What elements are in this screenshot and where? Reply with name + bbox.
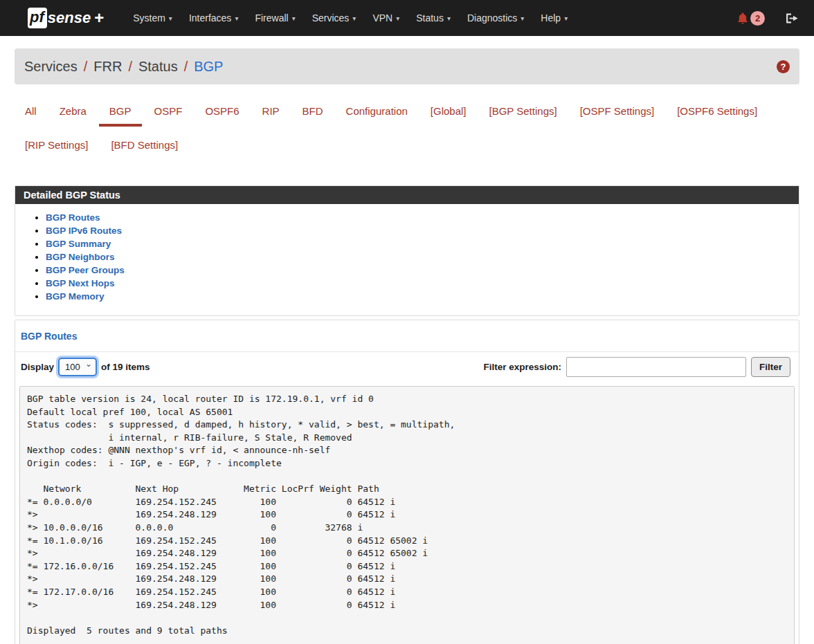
tab-ospf6-settings[interactable]: [OSPF6 Settings]: [667, 100, 768, 127]
link-bgp-next-hops[interactable]: BGP Next Hops: [46, 278, 115, 288]
detailed-bgp-status-panel: Detailed BGP Status BGP RoutesBGP IPv6 R…: [15, 185, 799, 316]
top-navbar: pfsense+ System▾Interfaces▾Firewall▾Serv…: [0, 0, 814, 36]
navbar-menu-label: System: [133, 12, 165, 24]
breadcrumb-separator: /: [184, 59, 188, 74]
tab-bfd[interactable]: BFD: [292, 100, 334, 127]
chevron-down-icon: ▾: [235, 15, 238, 22]
breadcrumb-item-frr: FRR: [93, 59, 122, 74]
tabs-row-1: AllZebraBGPOSPFOSPF6RIPBFDConfiguration[…: [15, 100, 799, 127]
list-item: BGP Routes: [46, 212, 793, 223]
navbar-menu-label: Interfaces: [189, 12, 231, 24]
navbar-menu-status[interactable]: Status▾: [408, 6, 459, 30]
logout-icon: [786, 12, 799, 24]
breadcrumb-items: Services/FRR/Status/BGP: [24, 59, 223, 75]
pfsense-logo[interactable]: pfsense+: [28, 8, 104, 28]
notification-count-badge: 2: [750, 11, 765, 26]
breadcrumb: Services/FRR/Status/BGP ?: [15, 48, 799, 84]
navbar-menu-vpn[interactable]: VPN▾: [364, 6, 408, 30]
breadcrumb-item-bgp[interactable]: BGP: [194, 59, 223, 74]
navbar-right: 2: [737, 11, 799, 26]
pfsense-logo-sense: sense: [48, 9, 91, 27]
link-bgp-ipv6-routes[interactable]: BGP IPv6 Routes: [46, 226, 122, 236]
display-controls: Display 100 of 19 items: [21, 358, 150, 376]
panel-title: Detailed BGP Status: [15, 186, 799, 204]
chevron-down-icon: ▾: [169, 15, 172, 22]
chevron-down-icon: ▾: [521, 15, 524, 22]
navbar-menu-help[interactable]: Help▾: [532, 6, 576, 30]
list-item: BGP Neighbors: [46, 252, 793, 262]
tab-bgp[interactable]: BGP: [99, 100, 142, 127]
breadcrumb-item-services: Services: [24, 59, 78, 74]
chevron-down-icon: ▾: [564, 15, 568, 22]
filter-controls: Filter expression: Filter: [483, 357, 790, 377]
tab-all[interactable]: All: [15, 100, 47, 127]
chevron-down-icon: ▾: [292, 15, 296, 22]
logout-button[interactable]: [786, 12, 799, 24]
tab-ospf-settings[interactable]: [OSPF Settings]: [570, 100, 665, 127]
navbar-menu-label: Diagnostics: [467, 12, 517, 24]
list-item: BGP Peer Groups: [46, 265, 793, 275]
tab-ospf[interactable]: OSPF: [144, 100, 193, 127]
tab-configuration[interactable]: Configuration: [336, 100, 418, 127]
chevron-down-icon: ▾: [352, 15, 356, 22]
breadcrumb-separator: /: [84, 59, 88, 74]
display-suffix-label: of 19 items: [101, 362, 150, 372]
bgp-routes-output: BGP table version is 24, local router ID…: [19, 386, 795, 644]
navbar-menu-label: VPN: [372, 12, 392, 24]
filter-expression-label: Filter expression:: [483, 362, 561, 372]
bgp-routes-section-title: BGP Routes: [15, 320, 799, 352]
chevron-down-icon: ▾: [447, 15, 451, 22]
display-count-select[interactable]: 100: [58, 358, 97, 376]
navbar-menu-label: Help: [541, 12, 561, 24]
chevron-down-icon: ▾: [396, 15, 399, 22]
bgp-routes-panel: BGP Routes Display 100 of 19 items Filte…: [15, 320, 799, 644]
tabs-row-2: [RIP Settings][BFD Settings]: [15, 134, 799, 160]
notifications-button[interactable]: 2: [737, 11, 765, 26]
routes-controls-row: Display 100 of 19 items Filter expressio…: [15, 352, 799, 382]
display-count-select-wrap: 100: [58, 358, 97, 376]
navbar-menu-label: Firewall: [255, 12, 288, 24]
panel-body: BGP RoutesBGP IPv6 RoutesBGP SummaryBGP …: [15, 204, 799, 315]
navbar-menu-firewall[interactable]: Firewall▾: [246, 6, 303, 30]
navbar-menu-interfaces[interactable]: Interfaces▾: [181, 6, 247, 30]
navbar-menu-system[interactable]: System▾: [125, 6, 181, 30]
navbar-menu-diagnostics[interactable]: Diagnostics▾: [459, 6, 532, 30]
navbar-menu-services[interactable]: Services▾: [304, 6, 365, 30]
list-item: BGP IPv6 Routes: [46, 226, 793, 236]
filter-button[interactable]: Filter: [751, 357, 790, 377]
display-label: Display: [21, 362, 54, 372]
link-bgp-peer-groups[interactable]: BGP Peer Groups: [46, 265, 125, 275]
navbar-menus: System▾Interfaces▾Firewall▾Services▾VPN▾…: [125, 6, 576, 30]
navbar-menu-label: Services: [312, 12, 350, 24]
help-icon[interactable]: ?: [777, 60, 790, 73]
list-item: BGP Memory: [46, 291, 793, 302]
breadcrumb-separator: /: [128, 59, 132, 74]
tab-rip-settings[interactable]: [RIP Settings]: [15, 134, 98, 160]
navbar-menu-label: Status: [416, 12, 444, 24]
tab-global[interactable]: [Global]: [420, 100, 477, 127]
list-item: BGP Summary: [46, 239, 793, 249]
tab-bfd-settings[interactable]: [BFD Settings]: [100, 134, 188, 160]
bell-icon: [737, 12, 748, 24]
link-bgp-summary[interactable]: BGP Summary: [46, 239, 111, 249]
link-bgp-routes[interactable]: BGP Routes: [46, 212, 100, 223]
bgp-routes-anchor-link[interactable]: BGP Routes: [21, 331, 77, 342]
list-item: BGP Next Hops: [46, 278, 793, 288]
pfsense-logo-plus: +: [94, 8, 104, 28]
tab-zebra[interactable]: Zebra: [49, 100, 97, 127]
filter-expression-input[interactable]: [566, 357, 746, 377]
link-bgp-memory[interactable]: BGP Memory: [46, 291, 105, 302]
tab-rip[interactable]: RIP: [252, 100, 290, 127]
tab-ospf6[interactable]: OSPF6: [195, 100, 249, 127]
link-bgp-neighbors[interactable]: BGP Neighbors: [46, 252, 115, 262]
breadcrumb-item-status: Status: [138, 59, 178, 74]
tab-bgp-settings[interactable]: [BGP Settings]: [479, 100, 568, 127]
pfsense-logo-pf: pf: [28, 8, 47, 28]
bgp-status-link-list: BGP RoutesBGP IPv6 RoutesBGP SummaryBGP …: [21, 212, 793, 302]
